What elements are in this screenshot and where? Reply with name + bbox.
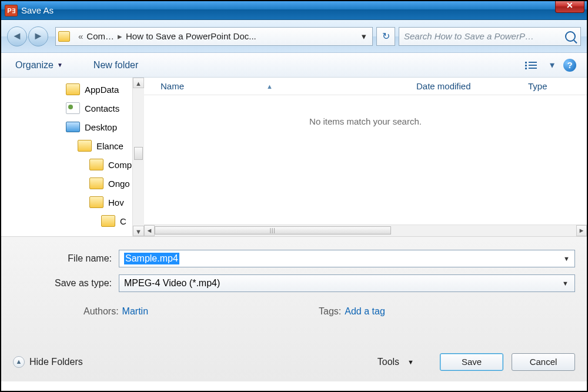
window-close-button[interactable]: ✕ xyxy=(555,0,584,13)
savetype-select[interactable]: MPEG-4 Video (*.mp4) ▼ xyxy=(119,274,575,292)
save-button[interactable]: Save xyxy=(440,353,503,371)
scroll-thumb[interactable] xyxy=(134,147,143,160)
tree-item-ongo[interactable]: Ongo xyxy=(1,174,144,193)
powerpoint-icon xyxy=(5,5,18,16)
content-area: AppData Contacts Desktop Elance Comp Ong… xyxy=(1,78,587,236)
tree-item-c[interactable]: C xyxy=(1,212,144,230)
tree-item-elance[interactable]: Elance xyxy=(1,136,144,155)
column-date-modified[interactable]: Date modified xyxy=(416,81,528,91)
filename-row: File name: Sample.mp4 ▼ xyxy=(13,250,575,267)
column-headers: Name ▲ Date modified Type xyxy=(144,78,587,95)
view-mode-button[interactable] xyxy=(521,58,541,73)
scroll-right-button[interactable]: ► xyxy=(576,225,587,236)
savetype-label: Save as type: xyxy=(13,278,119,289)
tree-label: Ongo xyxy=(108,179,130,189)
tree-item-comp[interactable]: Comp xyxy=(1,155,144,174)
tree-item-contacts[interactable]: Contacts xyxy=(1,99,144,118)
horizontal-scrollbar[interactable]: ◄ ||| ► xyxy=(144,225,587,236)
folder-icon xyxy=(89,159,103,170)
organize-menu[interactable]: Organize ▼ xyxy=(12,58,66,73)
search-input[interactable]: Search How to Save a PowerP… xyxy=(399,27,581,46)
metadata-row: Authors: Martin Tags: Add a tag xyxy=(13,306,575,317)
refresh-button[interactable]: ↻ xyxy=(376,27,395,46)
sort-indicator-icon: ▲ xyxy=(266,83,273,90)
tools-menu[interactable]: Tools ▼ xyxy=(377,357,414,367)
column-name-label: Name xyxy=(161,81,184,91)
authors-label: Authors: xyxy=(83,306,119,317)
folder-tree: AppData Contacts Desktop Elance Comp Ong… xyxy=(1,78,144,236)
breadcrumb-dropdown[interactable]: ▾ xyxy=(358,31,370,42)
empty-list-message: No items match your search. xyxy=(144,95,587,126)
folder-icon xyxy=(58,31,70,42)
button-row: ▲ Hide Folders Tools ▼ Save Cancel xyxy=(13,341,575,371)
cancel-button[interactable]: Cancel xyxy=(512,353,575,371)
tree-scrollbar[interactable]: ▲ ▼ xyxy=(132,78,144,236)
tags-value[interactable]: Add a tag xyxy=(345,306,385,317)
svg-rect-1 xyxy=(529,62,537,63)
folder-icon xyxy=(101,215,115,227)
new-folder-label: New folder xyxy=(93,60,138,71)
hide-folders-label: Hide Folders xyxy=(29,357,83,367)
scroll-thumb[interactable]: ||| xyxy=(155,226,391,234)
svg-rect-4 xyxy=(525,68,527,69)
desktop-icon xyxy=(66,122,80,132)
chevron-right-icon: ▸ xyxy=(114,31,126,42)
savetype-value: MPEG-4 Video (*.mp4) xyxy=(124,278,220,289)
window-title: Save As xyxy=(21,5,54,15)
svg-rect-0 xyxy=(525,62,527,63)
filename-value: Sample.mp4 xyxy=(124,253,179,264)
titlebar: Save As ✕ xyxy=(1,1,587,20)
tree-label: Desktop xyxy=(85,122,117,132)
chevron-down-icon: ▼ xyxy=(57,62,63,68)
search-placeholder: Search How to Save a PowerP… xyxy=(404,31,534,41)
tree-label: Comp xyxy=(108,160,132,170)
filename-input[interactable]: Sample.mp4 ▼ xyxy=(119,250,575,267)
breadcrumb-item[interactable]: Com… xyxy=(86,31,114,41)
tree-label: Contacts xyxy=(85,103,119,113)
hide-folders-button[interactable]: ▲ Hide Folders xyxy=(13,356,83,368)
breadcrumb-item[interactable]: How to Save a PowerPoint Doc... xyxy=(126,31,256,41)
new-folder-button[interactable]: New folder xyxy=(90,58,142,73)
toolbar: Organize ▼ New folder ▾ ? xyxy=(1,53,587,78)
scroll-track[interactable]: ||| xyxy=(155,225,576,236)
search-icon xyxy=(565,31,576,42)
tree-item-hov[interactable]: Hov xyxy=(1,193,144,212)
chevron-down-icon: ▼ xyxy=(407,359,414,366)
column-name[interactable]: Name ▲ xyxy=(161,81,416,91)
tree-label: AppData xyxy=(85,85,119,95)
folder-icon xyxy=(66,83,80,95)
scroll-left-button[interactable]: ◄ xyxy=(144,225,155,236)
savetype-row: Save as type: MPEG-4 Video (*.mp4) ▼ xyxy=(13,274,575,292)
file-list: Name ▲ Date modified Type No items match… xyxy=(144,78,587,236)
tree-label: C xyxy=(120,216,126,226)
help-button[interactable]: ? xyxy=(563,59,576,72)
refresh-icon: ↻ xyxy=(382,31,390,42)
tools-label: Tools xyxy=(377,357,399,367)
authors-value[interactable]: Martin xyxy=(122,306,148,317)
filename-label: File name: xyxy=(13,253,119,264)
navbar: ◄ ► « Com… ▸ How to Save a PowerPoint Do… xyxy=(1,20,587,53)
svg-rect-2 xyxy=(525,65,527,66)
nav-forward-button[interactable]: ► xyxy=(28,26,48,46)
svg-rect-3 xyxy=(529,65,537,66)
column-type[interactable]: Type xyxy=(528,81,587,91)
folder-icon xyxy=(78,140,92,152)
chevron-down-icon[interactable]: ▼ xyxy=(563,255,570,262)
nav-back-button[interactable]: ◄ xyxy=(7,26,27,46)
list-view-icon xyxy=(525,61,537,69)
tree-item-appdata[interactable]: AppData xyxy=(1,80,144,99)
contacts-icon xyxy=(66,102,80,114)
organize-label: Organize xyxy=(15,60,54,71)
tree-label: Elance xyxy=(96,141,123,151)
breadcrumb[interactable]: « Com… ▸ How to Save a PowerPoint Doc...… xyxy=(55,27,373,46)
chevron-up-icon: ▲ xyxy=(13,356,25,368)
grip-icon: ||| xyxy=(270,227,276,233)
tree-label: Hov xyxy=(108,197,124,207)
scroll-down-button[interactable]: ▼ xyxy=(133,226,144,236)
bottom-panel: File name: Sample.mp4 ▼ Save as type: MP… xyxy=(1,236,587,381)
tree-item-desktop[interactable]: Desktop xyxy=(1,118,144,136)
folder-icon xyxy=(89,177,103,189)
scroll-up-button[interactable]: ▲ xyxy=(133,78,144,88)
breadcrumb-quote: « xyxy=(75,31,86,41)
view-mode-dropdown[interactable]: ▾ xyxy=(547,58,557,73)
